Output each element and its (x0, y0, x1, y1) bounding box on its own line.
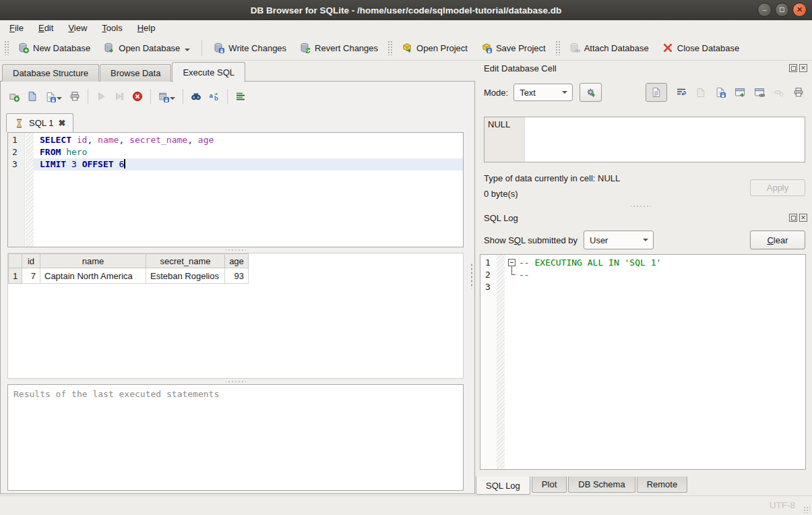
splitter-results-message[interactable] (7, 379, 464, 384)
revert-changes-button[interactable]: Revert Changes (293, 39, 385, 57)
column-header-age[interactable]: age (225, 254, 249, 268)
database-attach-icon (569, 42, 580, 53)
menu-edit[interactable]: Edit (31, 22, 61, 34)
menu-tools[interactable]: Tools (94, 22, 129, 34)
execution-message-area[interactable]: Results of the last executed statements (7, 384, 464, 491)
open-sql-file-button[interactable] (27, 91, 38, 102)
print-icon (793, 87, 804, 98)
editor-line: 3LIMIT 3 OFFSET 6 (8, 158, 463, 171)
log-line-number: 3 (480, 281, 497, 293)
stop-button[interactable] (132, 91, 143, 102)
save-as-text-button[interactable] (715, 87, 726, 98)
content-area: Database StructureBrowse DataExecute SQL… (0, 61, 812, 495)
tab-sql-log[interactable]: SQL Log (476, 477, 530, 495)
print-button[interactable] (793, 87, 804, 98)
table-cell[interactable]: 7 (22, 268, 40, 284)
save-sql-file-icon (45, 92, 56, 102)
open-sql-file-icon (27, 91, 38, 102)
table-header-row: idnamesecret_nameage (9, 254, 249, 268)
close-database-button[interactable]: Close Database (656, 39, 747, 57)
execute-sql-panel: ab SQL 1 ✖ 1SELECT id, name, secret_name… (0, 81, 475, 494)
toolbar-separator (227, 89, 228, 104)
menu-file[interactable]: File (2, 22, 31, 34)
menu-view[interactable]: View (61, 22, 94, 34)
close-window-icon[interactable]: ✕ (792, 3, 807, 17)
line-number: 2 (8, 146, 25, 158)
column-header-id[interactable]: id (22, 254, 40, 268)
tab-browse-data[interactable]: Browse Data (100, 64, 171, 82)
close-tab-icon[interactable]: ✖ (58, 118, 65, 128)
table-cell[interactable]: Captain North America (40, 268, 146, 284)
float-dock-icon[interactable] (789, 214, 797, 222)
open-project-button[interactable]: Open Project (395, 39, 474, 57)
log-text: -- EXECUTING ALL IN 'SQL 1' (519, 258, 661, 268)
tab-db-schema[interactable]: DB Schema (568, 477, 635, 493)
auto-apply-button[interactable] (580, 83, 602, 102)
apply-button[interactable]: Apply (750, 179, 805, 196)
tab-plot[interactable]: Plot (532, 477, 567, 493)
results-table[interactable]: idnamesecret_nameage17Captain North Amer… (8, 253, 249, 284)
titlebar[interactable]: DB Browser for SQLite - /home/user/code/… (0, 0, 812, 20)
splitter-cell-log[interactable] (631, 205, 651, 208)
toolbar-button-label: New Database (33, 43, 90, 53)
tab-database-structure[interactable]: Database Structure (2, 64, 99, 82)
close-dock-icon[interactable] (799, 214, 807, 222)
cell-editor[interactable]: NULL (484, 117, 805, 162)
table-row[interactable]: 17Captain North AmericaEsteban Rogelios9… (9, 268, 249, 284)
submitter-select[interactable]: User (584, 231, 654, 249)
format-lines-button[interactable] (235, 91, 246, 102)
database-new-icon (18, 42, 29, 53)
write-changes-button[interactable]: Write Changes (207, 39, 293, 57)
sql-log-editor[interactable]: 1-- EXECUTING ALL IN 'SQL 1'2--3 (480, 254, 806, 470)
editor-line: 1SELECT id, name, secret_name, age (8, 134, 463, 146)
splitter-editor-results[interactable] (7, 247, 464, 253)
menu-help[interactable]: Help (130, 22, 163, 34)
new-sql-tab-button[interactable] (9, 91, 20, 102)
svg-text:a: a (210, 92, 214, 99)
sql-doc-tab[interactable]: SQL 1 ✖ (6, 113, 73, 132)
table-cell[interactable]: Esteban Rogelios (146, 268, 225, 284)
tab-remote[interactable]: Remote (637, 477, 688, 493)
chevron-down-icon (170, 97, 175, 102)
word-wrap-button[interactable] (676, 87, 687, 98)
splitter-left-right[interactable] (470, 263, 473, 289)
find-replace-button[interactable] (191, 91, 201, 102)
save-project-button[interactable]: Save Project (474, 39, 553, 57)
results-grid-area: idnamesecret_nameage17Captain North Amer… (7, 253, 464, 379)
clear-button[interactable]: Clear (750, 231, 805, 249)
link-cell-button[interactable] (754, 87, 765, 98)
tab-execute-sql[interactable]: Execute SQL (172, 62, 245, 82)
open-database-button[interactable]: Open Database (97, 39, 197, 57)
encoding-indicator[interactable]: UTF-8 (770, 500, 795, 510)
execute-line-icon (114, 91, 125, 102)
toolbar-separator (201, 40, 202, 56)
print-button[interactable] (69, 91, 80, 102)
hourglass-icon (14, 118, 24, 129)
export-cell-button[interactable] (735, 87, 745, 98)
column-header-secret_name[interactable]: secret_name (146, 254, 225, 268)
text-document-button[interactable] (646, 83, 667, 102)
resize-grip-icon[interactable] (803, 506, 810, 513)
revert-changes-icon (300, 42, 311, 53)
corner-header-cell[interactable] (9, 254, 22, 268)
column-header-name[interactable]: name (40, 254, 146, 268)
find-replace-icon (191, 91, 201, 102)
new-database-button[interactable]: New Database (11, 39, 97, 57)
sql-log-dock-header: SQL Log (484, 212, 807, 224)
save-results-button[interactable] (158, 91, 175, 102)
sql-editor[interactable]: 1SELECT id, name, secret_name, age2FROM … (7, 132, 464, 247)
edit-cell-mode-row: Mode: Text (484, 82, 807, 102)
main-tab-bar: Database StructureBrowse DataExecute SQL (0, 61, 476, 82)
line-number: 1 (8, 134, 25, 146)
mode-select[interactable]: Text (513, 84, 573, 101)
fold-marker-icon[interactable] (508, 257, 518, 269)
minimize-window-icon[interactable]: – (757, 3, 772, 17)
float-dock-icon[interactable] (789, 64, 797, 72)
save-sql-file-button[interactable] (45, 91, 62, 102)
maximize-window-icon[interactable] (775, 3, 789, 17)
table-cell[interactable]: 93 (225, 268, 249, 284)
fold-marker-icon[interactable] (508, 269, 518, 281)
close-dock-icon[interactable] (799, 64, 807, 72)
auto-format-button[interactable]: ab (209, 91, 220, 102)
import-text-button (695, 87, 706, 98)
